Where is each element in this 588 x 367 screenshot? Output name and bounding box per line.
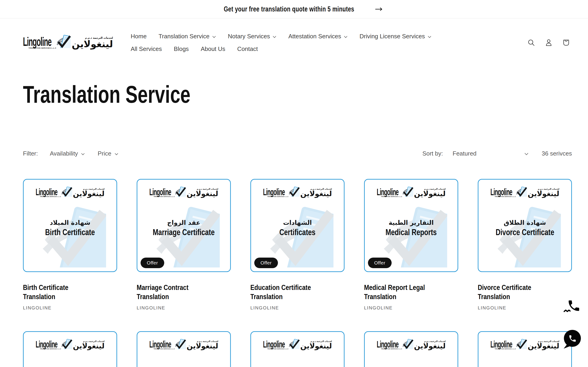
logo-arabic-name: لينغولاين	[187, 342, 218, 350]
product-title[interactable]: Divorce Certificate Translation	[478, 283, 545, 301]
card-logo: Lingoline TRNSLATION SERVICES L.L.C لخدم…	[377, 185, 446, 198]
check-book-logo-icon	[175, 339, 186, 349]
site-header: Lingoline TRNSLATION SERVICES L.L.C لخدم…	[0, 18, 588, 67]
check-book-logo-icon	[288, 187, 300, 197]
logo-name: Lingoline	[490, 340, 512, 349]
filter-availability[interactable]: Availability	[50, 150, 85, 157]
card-english-title: Medical Reports	[386, 227, 437, 237]
toolbar-right: Sort by: Featured 36 serivces	[422, 150, 572, 157]
product-caption[interactable]: Birth Certificate Translation LINGOLINE	[23, 283, 117, 311]
product-title[interactable]: Birth Certificate Translation	[23, 283, 90, 301]
product-card[interactable]: Lingoline TRNSLATION SERVICES L.L.C لخدم…	[364, 331, 458, 367]
product-card[interactable]: Lingoline TRNSLATION SERVICES L.L.C لخدم…	[137, 331, 231, 367]
card-arabic-title: عقد الزواج	[137, 219, 230, 226]
logo-arabic: لخدمات الترجمة ذ.م.م لينغولاين	[300, 340, 332, 350]
logo-wordmark: Lingoline TRNSLATION SERVICES L.L.C	[377, 340, 402, 350]
logo-arabic: لخدمات الترجمة ذ.م.م لينغولاين	[72, 36, 113, 49]
nav-item-all-services[interactable]: All Services	[131, 45, 162, 52]
page-title: Translation Service	[23, 82, 588, 106]
floating-contact-buttons	[562, 298, 582, 349]
lingoline-logo: Lingoline TRNSLATION SERVICES L.L.C لخدم…	[23, 33, 113, 52]
search-button[interactable]	[526, 37, 536, 48]
whatsapp-button[interactable]	[562, 329, 582, 349]
product-item-partial: Lingoline TRNSLATION SERVICES L.L.C لخدم…	[137, 331, 231, 367]
filter-price-label: Price	[98, 150, 111, 157]
logo-name: Lingoline	[149, 340, 171, 349]
nav-item-driving-license-services[interactable]: Driving License Services	[359, 33, 431, 40]
check-book-logo-icon	[61, 187, 72, 197]
arrow-right-icon	[375, 7, 383, 11]
product-item-partial: Lingoline TRNSLATION SERVICES L.L.C لخدم…	[364, 331, 458, 367]
search-icon	[527, 39, 536, 47]
product-title[interactable]: Education Certificate Translation	[250, 283, 318, 301]
logo-arabic-name: لينغولاين	[72, 39, 113, 49]
site-logo[interactable]: Lingoline TRNSLATION SERVICES L.L.C لخدم…	[23, 33, 113, 52]
product-card[interactable]: Lingoline TRNSLATION SERVICES L.L.C لخدم…	[478, 331, 572, 367]
nav-item-contact[interactable]: Contact	[237, 45, 258, 52]
product-caption[interactable]: Education Certificate Translation LINGOL…	[250, 283, 345, 311]
logo-arabic-name: لينغولاين	[527, 190, 559, 198]
lingoline-logo: Lingoline TRNSLATION SERVICES L.L.C لخدم…	[263, 185, 332, 200]
card-logo: Lingoline TRNSLATION SERVICES L.L.C لخدم…	[490, 185, 559, 198]
check-book-logo-icon	[402, 339, 413, 349]
logo-arabic-name: لينغولاين	[300, 190, 332, 198]
nav-item-label: Driving License Services	[359, 33, 425, 40]
product-card[interactable]: Lingoline TRNSLATION SERVICES L.L.C لخدم…	[250, 331, 345, 367]
product-title[interactable]: Medical Report Legal Translation	[364, 283, 431, 301]
lingoline-logo: Lingoline TRNSLATION SERVICES L.L.C لخدم…	[377, 185, 446, 200]
filter-availability-label: Availability	[50, 150, 78, 157]
card-english-title: Certificates	[279, 227, 315, 237]
sort-select-value: Featured	[453, 150, 477, 157]
product-vendor: LINGOLINE	[364, 305, 458, 311]
logo-arabic: لخدمات الترجمة ذ.م.م لينغولاين	[300, 188, 332, 197]
offer-badge: Offer	[368, 258, 392, 268]
nav-item-about-us[interactable]: About Us	[201, 45, 225, 52]
account-icon	[545, 39, 553, 47]
product-card[interactable]: Lingoline TRNSLATION SERVICES L.L.C لخدم…	[23, 331, 117, 367]
announcement-bar[interactable]: Get your free translation quote within 5…	[0, 0, 588, 18]
cart-button[interactable]	[561, 37, 571, 48]
nav-item-home[interactable]: Home	[131, 33, 147, 40]
filter-price[interactable]: Price	[98, 150, 118, 157]
card-arabic-title: شهادة الميلاد	[24, 219, 116, 226]
product-card[interactable]: Lingoline TRNSLATION SERVICES L.L.C لخدم…	[364, 179, 458, 272]
logo-wordmark: Lingoline TRNSLATION SERVICES L.L.C	[149, 340, 175, 350]
lingoline-logo: Lingoline TRNSLATION SERVICES L.L.C لخدم…	[36, 185, 104, 200]
product-caption[interactable]: Marriage Contract Translation LINGOLINE	[137, 283, 231, 311]
chevron-down-icon	[115, 153, 118, 155]
logo-wordmark: Lingoline TRNSLATION SERVICES L.L.C	[36, 340, 61, 350]
lingoline-logo: Lingoline TRNSLATION SERVICES L.L.C لخدم…	[149, 185, 218, 200]
product-card[interactable]: Lingoline TRNSLATION SERVICES L.L.C لخدم…	[137, 179, 231, 272]
logo-wordmark: Lingoline TRNSLATION SERVICES L.L.C	[263, 340, 288, 350]
chevron-down-icon	[344, 36, 347, 38]
nav-item-label: Blogs	[174, 45, 189, 52]
logo-arabic: لخدمات الترجمة ذ.م.م لينغولاين	[73, 188, 104, 197]
nav-item-blogs[interactable]: Blogs	[174, 45, 189, 52]
account-button[interactable]	[544, 37, 554, 48]
product-title[interactable]: Marriage Contract Translation	[137, 283, 204, 301]
card-logo: Lingoline TRNSLATION SERVICES L.L.C لخدم…	[490, 337, 559, 350]
nav-item-attestation-services[interactable]: Attestation Services	[288, 33, 347, 40]
announcement-text: Get your free translation quote within 5…	[224, 5, 354, 13]
product-vendor: LINGOLINE	[478, 305, 572, 311]
nav-item-translation-service[interactable]: Translation Service	[158, 33, 216, 40]
product-card[interactable]: Lingoline TRNSLATION SERVICES L.L.C لخدم…	[250, 179, 345, 272]
product-caption[interactable]: Divorce Certificate Translation LINGOLIN…	[478, 283, 572, 311]
card-english-title: Birth Certificate	[45, 227, 95, 237]
logo-wordmark: Lingoline TRNSLATION SERVICES L.L.C	[23, 36, 56, 49]
product-vendor: LINGOLINE	[23, 305, 117, 311]
nav-item-notary-services[interactable]: Notary Services	[228, 33, 277, 40]
logo-arabic: لخدمات الترجمة ذ.م.م لينغولاين	[414, 188, 445, 197]
product-card[interactable]: Lingoline TRNSLATION SERVICES L.L.C لخدم…	[23, 179, 117, 272]
logo-name: Lingoline	[490, 188, 512, 196]
check-book-logo-icon	[61, 339, 72, 349]
phone-call-button[interactable]	[564, 298, 580, 314]
nav-row-2: All Services Blogs About Us Contact	[131, 45, 431, 52]
product-item-partial: Lingoline TRNSLATION SERVICES L.L.C لخدم…	[250, 331, 345, 367]
chevron-down-icon	[273, 36, 276, 38]
product-caption[interactable]: Medical Report Legal Translation LINGOLI…	[364, 283, 458, 311]
sort-select[interactable]: Featured	[453, 150, 528, 157]
nav-item-label: Translation Service	[158, 33, 209, 40]
product-card[interactable]: Lingoline TRNSLATION SERVICES L.L.C لخدم…	[478, 179, 572, 272]
logo-wordmark: Lingoline TRNSLATION SERVICES L.L.C	[36, 188, 61, 198]
